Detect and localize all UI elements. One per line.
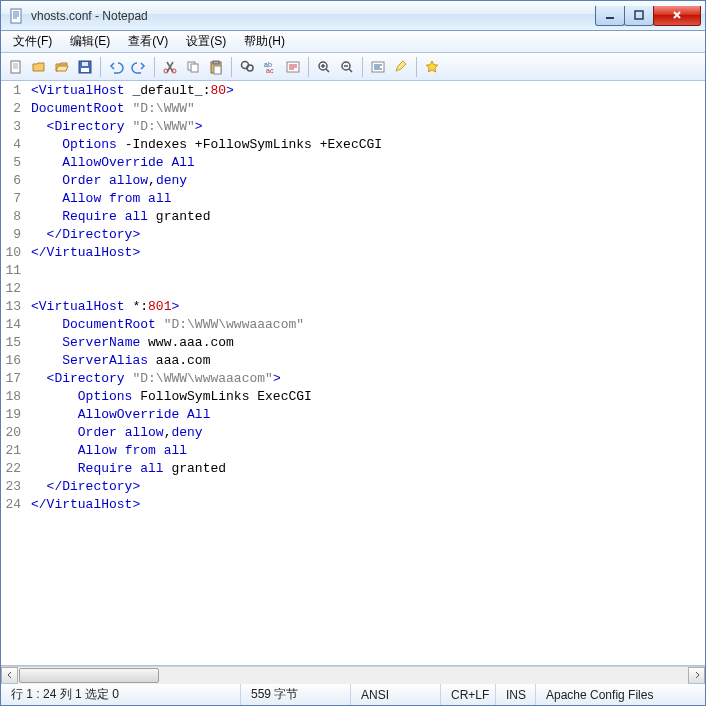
toolbar-separator — [362, 57, 363, 77]
toolbar-separator — [416, 57, 417, 77]
menu-file[interactable]: 文件(F) — [5, 31, 60, 52]
menu-bar: 文件(F) 编辑(E) 查看(V) 设置(S) 帮助(H) — [1, 31, 705, 53]
paste-icon[interactable] — [205, 56, 227, 78]
copy-icon[interactable] — [182, 56, 204, 78]
svg-rect-9 — [191, 64, 198, 72]
code-editor[interactable]: <VirtualHost _default_:80>DocumentRoot "… — [29, 81, 705, 665]
menu-edit[interactable]: 编辑(E) — [62, 31, 118, 52]
close-button[interactable] — [653, 6, 701, 26]
minimize-button[interactable] — [595, 6, 625, 26]
status-position: 行 1 : 24 列 1 选定 0 — [1, 684, 241, 705]
window-buttons — [596, 6, 701, 26]
cut-icon[interactable] — [159, 56, 181, 78]
menu-help[interactable]: 帮助(H) — [236, 31, 293, 52]
undo-icon[interactable] — [105, 56, 127, 78]
title-bar[interactable]: vhosts.conf - Notepad — [1, 1, 705, 31]
toolbar-separator — [100, 57, 101, 77]
app-window: vhosts.conf - Notepad 文件(F) 编辑(E) 查看(V) … — [0, 0, 706, 706]
toolbar-separator — [231, 57, 232, 77]
open-folder-icon[interactable] — [51, 56, 73, 78]
toolbar-separator — [154, 57, 155, 77]
window-title: vhosts.conf - Notepad — [31, 9, 596, 23]
save-icon[interactable] — [74, 56, 96, 78]
status-bar: 行 1 : 24 列 1 选定 0 559 字节 ANSI CR+LF INS … — [1, 683, 705, 705]
svg-text:ac: ac — [266, 67, 274, 74]
find-icon[interactable] — [236, 56, 258, 78]
zoom-in-icon[interactable] — [313, 56, 335, 78]
status-filetype: Apache Config Files — [536, 684, 705, 705]
replace-icon[interactable]: abac — [259, 56, 281, 78]
redo-icon[interactable] — [128, 56, 150, 78]
status-ins: INS — [496, 684, 536, 705]
horizontal-scrollbar[interactable] — [1, 666, 705, 683]
svg-rect-5 — [82, 62, 88, 66]
menu-settings[interactable]: 设置(S) — [178, 31, 234, 52]
svg-rect-4 — [81, 68, 89, 72]
svg-rect-11 — [213, 61, 219, 64]
toolbar: abac — [1, 53, 705, 81]
status-encoding: ANSI — [351, 684, 441, 705]
svg-rect-2 — [11, 61, 20, 73]
scroll-track[interactable] — [18, 667, 688, 684]
scroll-left-button[interactable] — [1, 667, 18, 684]
scroll-right-button[interactable] — [688, 667, 705, 684]
svg-rect-12 — [214, 66, 221, 74]
goto-icon[interactable] — [282, 56, 304, 78]
editor-area: 123456789101112131415161718192021222324 … — [1, 81, 705, 666]
status-bytes: 559 字节 — [241, 684, 351, 705]
svg-rect-1 — [635, 11, 643, 19]
app-icon — [9, 8, 25, 24]
open-icon[interactable] — [28, 56, 50, 78]
new-icon[interactable] — [5, 56, 27, 78]
zoom-out-icon[interactable] — [336, 56, 358, 78]
star-icon[interactable] — [421, 56, 443, 78]
maximize-button[interactable] — [624, 6, 654, 26]
toolbar-separator — [308, 57, 309, 77]
status-eol: CR+LF — [441, 684, 496, 705]
scroll-thumb[interactable] — [19, 668, 159, 683]
highlight-icon[interactable] — [390, 56, 412, 78]
wrap-icon[interactable] — [367, 56, 389, 78]
line-gutter: 123456789101112131415161718192021222324 — [1, 81, 29, 665]
menu-view[interactable]: 查看(V) — [120, 31, 176, 52]
